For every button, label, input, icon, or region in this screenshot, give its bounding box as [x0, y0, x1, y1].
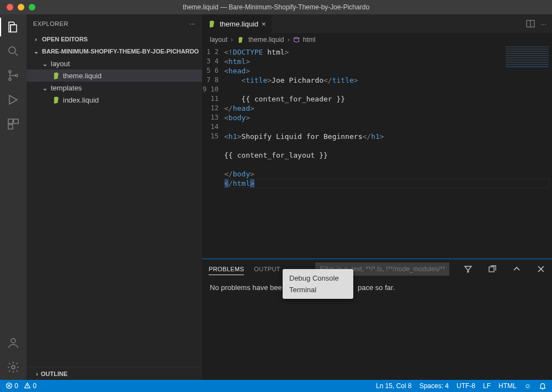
crumb-symbol[interactable]: html: [303, 36, 316, 44]
svg-rect-6: [8, 125, 13, 129]
panel-tab-problems[interactable]: PROBLEMS: [209, 264, 244, 275]
breadcrumbs[interactable]: layout › theme.liquid › html: [202, 33, 552, 45]
file-label: theme.liquid: [63, 72, 102, 80]
open-editors-section[interactable]: › OPEN EDITORS: [26, 33, 202, 45]
code-content[interactable]: <!DOCTYPE html> <html> <head> <title>Joe…: [224, 45, 384, 259]
chevron-up-icon[interactable]: [512, 265, 521, 273]
menu-item-terminal[interactable]: Terminal: [283, 284, 353, 296]
code-editor[interactable]: 1 2 3 4 5 6 7 8 9 10 11 12 13 14 15 <!DO…: [202, 45, 552, 259]
file-label: index.liquid: [63, 96, 99, 104]
svg-rect-10: [489, 267, 494, 272]
folder-layout[interactable]: ⌄ layout: [26, 57, 202, 69]
collapse-all-icon[interactable]: [488, 265, 497, 273]
extensions-icon[interactable]: [6, 117, 20, 131]
svg-point-0: [9, 47, 15, 53]
menu-item-debug-console[interactable]: Debug Console: [283, 272, 353, 284]
panel-overflow-menu: Debug Console Terminal: [283, 269, 353, 299]
project-section[interactable]: ⌄ BARE-MINIMUM-SHOPIFY-THEME-BY-JOE-PICH…: [26, 45, 202, 57]
titlebar: theme.liquid — Bare-Minimum-Shopify-Them…: [0, 0, 552, 14]
folder-templates[interactable]: ⌄ templates: [26, 82, 202, 94]
settings-gear-icon[interactable]: [6, 360, 20, 374]
panel-tab-output[interactable]: OUTPUT: [254, 264, 280, 275]
status-errors[interactable]: 0: [6, 382, 18, 390]
file-index-liquid[interactable]: index.liquid: [26, 94, 202, 106]
status-spaces[interactable]: Spaces: 4: [420, 382, 449, 390]
symbol-icon: [293, 36, 300, 43]
window-title: theme.liquid — Bare-Minimum-Shopify-Them…: [183, 3, 369, 11]
explorer-icon[interactable]: [6, 20, 20, 34]
filter-icon[interactable]: [464, 265, 473, 273]
chevron-down-icon: ⌄: [32, 48, 40, 55]
close-icon[interactable]: ×: [262, 20, 266, 28]
chevron-right-icon: ›: [288, 36, 290, 44]
problems-body: No problems have bee pace so far.: [202, 279, 552, 380]
line-gutter: 1 2 3 4 5 6 7 8 9 10 11 12 13 14 15: [202, 45, 224, 259]
split-editor-icon[interactable]: [526, 19, 535, 28]
window-close-icon[interactable]: [7, 4, 13, 10]
crumb-layout[interactable]: layout: [210, 36, 227, 44]
svg-point-8: [12, 366, 15, 369]
outline-section[interactable]: › OUTLINE: [26, 367, 202, 380]
file-theme-liquid[interactable]: theme.liquid: [26, 69, 202, 82]
status-warnings[interactable]: 0: [24, 382, 36, 390]
shopify-file-icon: [236, 35, 245, 44]
status-feedback-icon[interactable]: ☺: [524, 382, 531, 390]
shopify-file-icon: [208, 19, 216, 28]
folder-label: templates: [51, 84, 82, 92]
open-editors-label: OPEN EDITORS: [42, 36, 88, 42]
status-eol[interactable]: LF: [483, 382, 491, 390]
svg-rect-5: [14, 119, 18, 123]
svg-point-3: [15, 74, 18, 77]
chevron-right-icon: ›: [33, 370, 41, 377]
shopify-file-icon: [52, 71, 61, 80]
sidebar-more-icon[interactable]: ···: [189, 20, 195, 27]
chevron-down-icon: ⌄: [41, 60, 49, 68]
tab-theme-liquid[interactable]: theme.liquid ×: [202, 14, 272, 33]
status-encoding[interactable]: UTF-8: [457, 382, 475, 390]
outline-label: OUTLINE: [41, 370, 67, 377]
more-actions-icon[interactable]: ···: [540, 20, 546, 28]
activity-bar: [0, 14, 26, 380]
search-icon[interactable]: [6, 44, 20, 58]
chevron-right-icon: ›: [231, 36, 233, 44]
window-minimize-icon[interactable]: [18, 4, 24, 10]
chevron-right-icon: ›: [32, 36, 40, 42]
window-zoom-icon[interactable]: [29, 4, 35, 10]
chevron-down-icon: ⌄: [41, 84, 49, 92]
folder-label: layout: [51, 60, 70, 68]
minimap[interactable]: [502, 45, 552, 111]
sidebar-title: EXPLORER: [33, 20, 68, 27]
svg-point-2: [9, 78, 11, 80]
run-debug-icon[interactable]: [6, 93, 20, 107]
source-control-icon[interactable]: [6, 68, 20, 83]
problems-message-tail: pace so far.: [358, 283, 395, 292]
status-bell-icon[interactable]: [539, 382, 546, 390]
svg-point-7: [11, 339, 15, 343]
close-panel-icon[interactable]: [537, 265, 545, 273]
editor-tabs: theme.liquid × ···: [202, 14, 552, 33]
status-language[interactable]: HTML: [498, 382, 517, 390]
svg-rect-4: [8, 119, 13, 123]
tab-label: theme.liquid: [220, 20, 258, 28]
svg-point-1: [9, 71, 11, 73]
crumb-file[interactable]: theme.liquid: [248, 36, 284, 44]
status-bar: 0 0 Ln 15, Col 8 Spaces: 4 UTF-8 LF HTML…: [0, 380, 552, 392]
shopify-file-icon: [52, 95, 61, 104]
status-lncol[interactable]: Ln 15, Col 8: [376, 382, 412, 390]
bottom-panel: PROBLEMS OUTPUT ···: [202, 259, 552, 380]
sidebar-explorer: EXPLORER ··· › OPEN EDITORS ⌄ BARE-MINIM…: [26, 14, 202, 380]
accounts-icon[interactable]: [6, 336, 20, 350]
problems-message: No problems have bee: [210, 283, 282, 292]
project-name-label: BARE-MINIMUM-SHOPIFY-THEME-BY-JOE-PICHAR…: [42, 48, 199, 55]
